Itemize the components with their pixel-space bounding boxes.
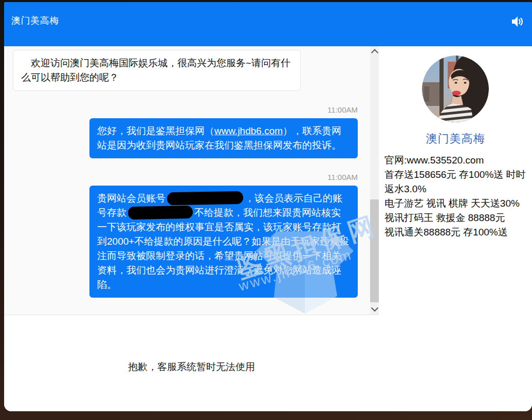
sent-message: 您好，我们是鉴黑担保网（www.jhdb6.com），联系贵网站是因为收到贵网站… <box>89 118 358 158</box>
promo-lines: 官网:www.535520.com首存送158656元 存100%送 时时返水3… <box>379 147 532 240</box>
redaction-bar <box>128 206 193 220</box>
chevron-up-icon <box>371 49 378 56</box>
app-body: 欢迎访问澳门美高梅国际娱乐城，很高兴为您服务~请问有什么可以帮助到您的呢？11:… <box>4 46 532 411</box>
message-timestamp: 11:00AM <box>4 105 358 114</box>
app-header: 澳门美高梅 <box>4 2 532 46</box>
message-link[interactable]: www.jhdb6.com <box>214 125 283 136</box>
scrollbar-thumb[interactable] <box>370 199 379 302</box>
scroll-down-button[interactable] <box>370 305 379 314</box>
input-disabled-area: 抱歉，客服系统暂时无法使用 <box>4 315 379 411</box>
promo-line: 官网:www.535520.com <box>384 153 528 168</box>
received-message: 欢迎访问澳门美高梅国际娱乐城，很高兴为您服务~请问有什么可以帮助到您的呢？ <box>13 50 301 91</box>
chat-column: 欢迎访问澳门美高梅国际娱乐城，很高兴为您服务~请问有什么可以帮助到您的呢？11:… <box>4 46 379 411</box>
page-title: 澳门美高梅 <box>11 14 59 27</box>
system-message: 抱歉，客服系统暂时无法使用 <box>4 360 379 374</box>
message-list: 欢迎访问澳门美高梅国际娱乐城，很高兴为您服务~请问有什么可以帮助到您的呢？11:… <box>4 46 370 298</box>
scroll-up-button[interactable] <box>370 47 379 57</box>
chat-area: 欢迎访问澳门美高梅国际娱乐城，很高兴为您服务~请问有什么可以帮助到您的呢？11:… <box>4 46 379 315</box>
agent-name: 澳门美高梅 <box>426 131 485 147</box>
volume-icon[interactable] <box>510 15 524 28</box>
agent-avatar <box>422 56 489 122</box>
scrollbar-track[interactable] <box>370 46 379 315</box>
promo-line: 电子游艺 视讯 棋牌 天天送30% <box>384 196 528 211</box>
sent-message: 贵网站会员账号，该会员表示自己的账号存款不给提款，我们想来跟贵网站核实一下该玩家… <box>89 186 358 298</box>
message-timestamp: 11:00AM <box>4 173 358 181</box>
promo-line: 视讯通关88888元 存100%送 <box>384 225 528 240</box>
chevron-down-icon <box>371 304 378 312</box>
redaction-bar <box>167 191 243 206</box>
agent-sidebar: 澳门美高梅 官网:www.535520.com首存送158656元 存100%送… <box>379 46 532 411</box>
promo-line: 视讯打码王 救援金 88888元 <box>384 211 528 225</box>
chat-app-window: 澳门美高梅 欢迎访问澳门美高梅国际娱乐城，很高兴为您服务~请问有什么可以帮助到您… <box>4 2 532 411</box>
promo-line: 首存送158656元 存100%送 时时返水3.0% <box>384 168 528 196</box>
